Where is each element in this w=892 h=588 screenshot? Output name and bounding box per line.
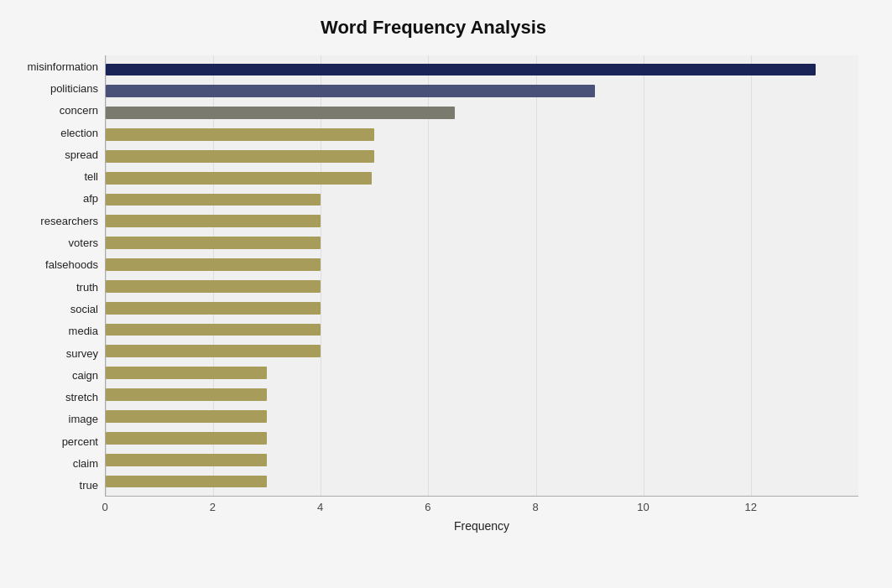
bar bbox=[106, 107, 455, 119]
x-tick: 0 bbox=[102, 501, 107, 513]
x-tick: 12 bbox=[744, 501, 756, 513]
y-label: researchers bbox=[40, 216, 98, 226]
x-tick: 4 bbox=[317, 501, 323, 513]
y-label: tell bbox=[84, 171, 98, 182]
bar bbox=[106, 128, 374, 141]
y-label: politicians bbox=[50, 83, 98, 94]
x-tick: 8 bbox=[533, 501, 539, 513]
bar bbox=[106, 150, 374, 163]
y-label: stretch bbox=[65, 392, 98, 403]
bar bbox=[106, 367, 267, 379]
bar bbox=[106, 258, 321, 271]
y-label: concern bbox=[60, 105, 98, 116]
bar-row bbox=[106, 297, 858, 319]
bar bbox=[106, 454, 267, 466]
bar-row bbox=[106, 124, 858, 146]
bar bbox=[106, 345, 321, 357]
x-tick: 6 bbox=[425, 501, 430, 513]
bar-row bbox=[106, 449, 858, 471]
bar bbox=[106, 215, 321, 227]
x-axis: Frequency 024681012 bbox=[105, 497, 858, 526]
y-labels: misinformationpoliticiansconcernelection… bbox=[8, 55, 105, 526]
bar bbox=[106, 237, 321, 249]
bar-row bbox=[106, 145, 858, 167]
bar bbox=[106, 85, 595, 97]
y-label: election bbox=[60, 127, 98, 138]
bar bbox=[106, 302, 321, 315]
bar bbox=[106, 476, 267, 488]
y-label: voters bbox=[69, 237, 98, 248]
y-label: survey bbox=[66, 348, 98, 359]
bars-rows bbox=[106, 55, 858, 496]
bar-row bbox=[106, 189, 858, 211]
bar-row bbox=[106, 211, 858, 232]
x-tick: 2 bbox=[210, 501, 216, 513]
y-label: claim bbox=[73, 458, 98, 469]
bar-row bbox=[106, 167, 858, 189]
bar-row bbox=[106, 384, 858, 406]
bar bbox=[106, 410, 267, 423]
bar bbox=[106, 388, 267, 401]
bar bbox=[106, 64, 816, 76]
bar-row bbox=[106, 59, 858, 81]
y-label: media bbox=[69, 325, 98, 336]
bar bbox=[106, 194, 321, 206]
y-label: caign bbox=[72, 370, 98, 381]
chart-title: Word Frequency Analysis bbox=[8, 17, 858, 39]
bar bbox=[106, 280, 321, 293]
bar bbox=[106, 172, 372, 185]
bar-row bbox=[106, 232, 858, 254]
y-label: falsehoods bbox=[45, 259, 98, 270]
bar-row bbox=[106, 362, 858, 384]
bars-area bbox=[105, 55, 858, 497]
y-label: afp bbox=[83, 193, 98, 204]
y-label: misinformation bbox=[27, 61, 98, 72]
x-axis-label: Frequency bbox=[105, 519, 858, 533]
bar bbox=[106, 432, 267, 445]
bars-and-xaxis: Frequency 024681012 bbox=[105, 55, 858, 526]
chart-area: misinformationpoliticiansconcernelection… bbox=[8, 55, 858, 526]
bar-row bbox=[106, 427, 858, 449]
y-label: social bbox=[70, 304, 98, 315]
bar-row bbox=[106, 275, 858, 297]
bar-row bbox=[106, 319, 858, 341]
bar-row bbox=[106, 102, 858, 124]
bar-row bbox=[106, 341, 858, 362]
y-label: spread bbox=[65, 149, 98, 160]
y-label: image bbox=[69, 414, 98, 424]
bar-row bbox=[106, 471, 858, 492]
bar-row bbox=[106, 254, 858, 276]
bar bbox=[106, 324, 321, 336]
y-label: truth bbox=[76, 282, 98, 293]
bar-row bbox=[106, 406, 858, 428]
y-label: percent bbox=[62, 436, 98, 447]
chart-container: Word Frequency Analysis misinformationpo… bbox=[0, 0, 892, 588]
bar-row bbox=[106, 81, 858, 102]
x-tick: 10 bbox=[637, 501, 649, 513]
y-label: true bbox=[80, 480, 98, 491]
